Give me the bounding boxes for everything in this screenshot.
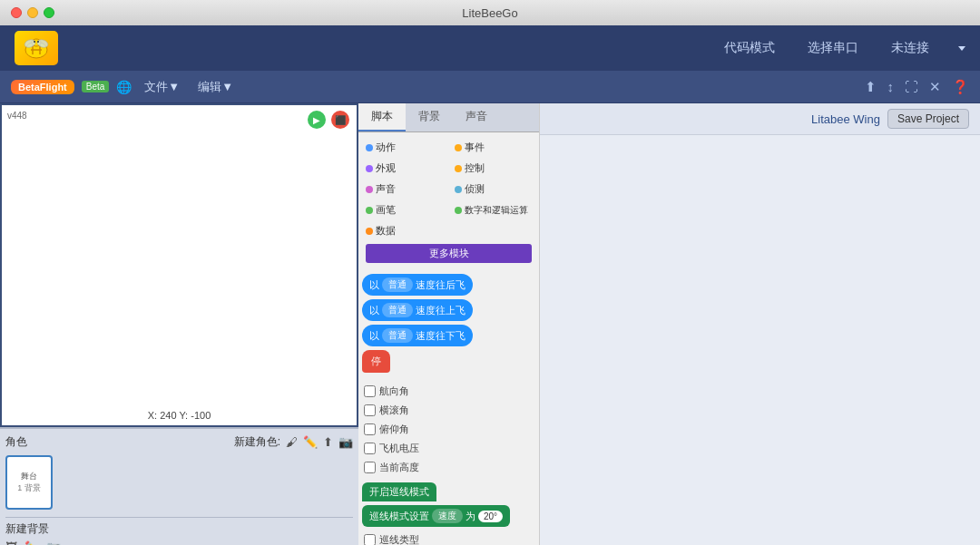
block-pitch-angle[interactable]: 俯仰角 [362,420,535,439]
paint-icon[interactable]: 🖌 [286,435,298,449]
titlebar: LiteBeeGo [0,0,980,25]
main-area: v448 ▶ ⬛ X: 240 Y: -100 角色 新建角色: 🖌 ✏️ ⬆ … [0,103,980,545]
stage-coords: X: 240 Y: -100 [141,409,219,422]
block-roll-angle[interactable]: 横滚角 [362,401,535,420]
edit-icon[interactable]: ✏️ [303,435,318,449]
categories: 动作 事件 外观 控制 声音 [358,132,539,270]
upload-icon[interactable]: ⬆ [865,79,877,95]
svg-point-9 [37,41,39,43]
top-nav: 代码模式 选择串口 未连接 [0,25,980,71]
camera-icon[interactable]: 📷 [338,435,353,449]
traffic-lights[interactable] [11,7,54,18]
stage-canvas[interactable] [2,105,357,425]
code-header: Litabee Wing Save Project [540,103,980,135]
cat-pen[interactable]: 画笔 [362,200,447,219]
stage-panel: v448 ▶ ⬛ X: 240 Y: -100 角色 新建角色: 🖌 ✏️ ⬆ … [0,103,358,545]
app-logo [15,31,58,65]
new-char-area: 新建角色: 🖌 ✏️ ⬆ 📷 [234,434,353,450]
cat-sound[interactable]: 声音 [362,180,447,199]
expand-icon[interactable]: ⛶ [905,79,918,94]
roll-angle-checkbox[interactable] [364,404,376,416]
bg-image-icon[interactable]: 🖼 [5,540,17,545]
tabs-row: 脚本 背景 声音 [358,103,539,132]
play-button[interactable]: ▶ [308,111,326,129]
altitude-checkbox[interactable] [364,462,376,473]
cat-control[interactable]: 控制 [451,159,536,178]
cat-data[interactable]: 数据 [362,221,535,240]
bg-title: 新建背景 [5,521,353,537]
stage-controls: ▶ ⬛ [308,111,349,129]
upload-char-icon[interactable]: ⬆ [323,435,333,449]
stage-label: 舞台 [21,471,37,482]
tracking-type-checkbox[interactable] [364,534,376,545]
stage-sublabel: 1 背景 [17,482,41,494]
nav-right: 代码模式 选择串口 未连接 [717,36,965,60]
chars-header: 角色 新建角色: 🖌 ✏️ ⬆ 📷 [5,434,353,450]
chars-title: 角色 [5,434,27,450]
heading-angle-checkbox[interactable] [364,385,376,397]
chars-backgrounds: 新建背景 🖼 ✏️ 📷 [5,517,353,545]
logo-area [15,31,58,65]
brand-logo: BetaFlight [11,80,74,94]
code-panel: Litabee Wing Save Project [540,103,980,545]
block-fly-back[interactable]: 以 普通 速度往后飞 [362,274,535,296]
beta-badge: Beta [82,81,110,92]
bg-camera-icon[interactable]: 📷 [46,540,61,545]
code-mode-button[interactable]: 代码模式 [717,36,782,60]
more-blocks-button[interactable]: 更多模块 [366,244,532,263]
globe-icon[interactable]: 🌐 [116,80,132,94]
chars-list: 舞台 1 背景 [5,455,353,510]
toolbar2: BetaFlight Beta 🌐 文件▼ 编辑▼ ⬆ ↕ ⛶ ✕ ❓ [0,71,980,103]
file-menu[interactable]: 文件▼ [139,77,185,97]
block-fly-down[interactable]: 以 普通 速度往下飞 [362,325,535,346]
select-port-button[interactable]: 选择串口 [800,36,866,60]
code-workspace[interactable] [540,135,980,545]
bg-controls: 🖼 ✏️ 📷 [5,540,353,545]
close-button[interactable] [11,7,22,18]
stage-item[interactable]: 舞台 1 背景 [5,455,53,510]
arrow-icon[interactable]: ↕ [887,79,895,94]
connection-dropdown-icon[interactable] [958,46,965,51]
cat-appearance[interactable]: 外观 [362,159,447,178]
chars-panel: 角色 新建角色: 🖌 ✏️ ⬆ 📷 舞台 1 背景 新建背景 🖼 [0,427,358,545]
help-icon[interactable]: ❓ [952,79,969,95]
window-title: LiteBeeGo [462,6,517,20]
stop-button[interactable]: ⬛ [331,111,349,129]
block-fly-up[interactable]: 以 普通 速度往上飞 [362,299,535,321]
fullscreen-button[interactable] [44,7,54,18]
toolbar-icons: ⬆ ↕ ⛶ ✕ ❓ [865,79,970,95]
pitch-angle-checkbox[interactable] [364,423,376,435]
cat-math[interactable]: 数字和逻辑运算 [451,200,536,219]
stage-canvas-area: v448 ▶ ⬛ X: 240 Y: -100 [0,103,358,427]
blocks-list: 以 普通 速度往后飞 以 普通 速度往上飞 以 普通 速度往下飞 [358,270,539,545]
tab-sound[interactable]: 声音 [453,103,500,131]
block-stop[interactable]: 停 [362,350,535,373]
blocks-panel: 脚本 背景 声音 动作 事件 外观 [358,103,540,545]
minimize-button[interactable] [27,7,38,18]
tab-background[interactable]: 背景 [406,103,453,131]
cat-events[interactable]: 事件 [451,138,536,157]
block-tracking-set[interactable]: 巡线模式设置 速度 为 20° [362,505,535,527]
save-project-button[interactable]: Save Project [887,109,969,129]
block-altitude[interactable]: 当前高度 [362,458,535,477]
litabee-wing-label: Litabee Wing [811,112,880,126]
connection-status[interactable]: 未连接 [884,36,936,60]
bg-paint-icon[interactable]: ✏️ [24,540,39,545]
block-voltage[interactable]: 飞机电压 [362,439,535,458]
cat-detect[interactable]: 侦测 [451,180,536,199]
tab-script[interactable]: 脚本 [358,103,406,131]
voltage-checkbox[interactable] [364,443,376,454]
close-icon[interactable]: ✕ [929,79,941,95]
block-tracking-start[interactable]: 开启巡线模式 [362,482,535,501]
svg-point-8 [34,41,35,43]
block-heading-angle[interactable]: 航向角 [362,382,535,401]
stage-version: v448 [7,111,27,121]
cat-action[interactable]: 动作 [362,138,447,157]
new-char-label: 新建角色: [234,434,280,450]
edit-menu[interactable]: 编辑▼ [192,77,239,97]
block-tracking-type[interactable]: 巡线类型 [362,530,535,545]
